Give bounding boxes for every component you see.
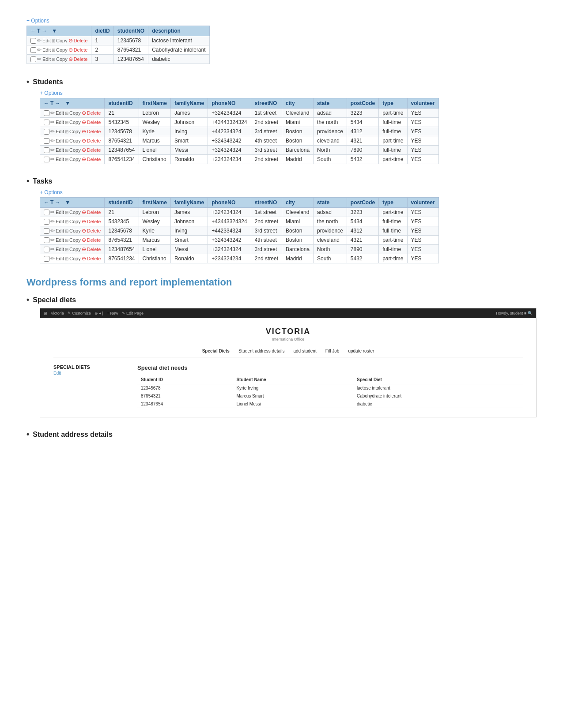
diets-description-cell: diabetic (148, 55, 209, 64)
delete-button[interactable]: Delete (87, 138, 101, 143)
row-checkbox[interactable] (44, 138, 49, 144)
delete-button[interactable]: Delete (87, 129, 101, 134)
delete-button[interactable]: Delete (87, 210, 101, 215)
tasks-firstname-cell: Christiano (139, 254, 170, 263)
tasks-streetno-cell: 3rd street (251, 245, 282, 254)
copy-button[interactable]: Copy (69, 157, 81, 162)
edit-button[interactable]: Edit (56, 237, 64, 243)
delete-button[interactable]: Delete (87, 237, 101, 243)
wp-nav-address[interactable]: Student address details (238, 349, 285, 353)
row-checkbox[interactable] (30, 56, 36, 62)
delete-button[interactable]: Delete (87, 247, 101, 252)
row-checkbox[interactable] (44, 120, 49, 125)
tasks-type-cell: part-time (379, 254, 407, 263)
edit-button[interactable]: Edit (56, 247, 64, 252)
wp-diets-table: Student ID Student Name Special Diet 123… (137, 375, 523, 408)
pencil-icon: ✏ (50, 138, 55, 144)
edit-button[interactable]: Edit (56, 138, 64, 143)
row-checkbox[interactable] (44, 147, 49, 153)
copy-button[interactable]: Copy (69, 228, 81, 233)
row-checkbox[interactable] (30, 47, 36, 53)
delete-button[interactable]: Delete (74, 47, 88, 53)
row-checkbox[interactable] (30, 38, 36, 44)
tasks-streetno-cell: 2nd street (251, 217, 282, 226)
row-checkbox[interactable] (44, 110, 49, 116)
pencil-icon: ✏ (50, 255, 55, 262)
row-checkbox[interactable] (44, 219, 49, 225)
pencil-icon: ✏ (50, 156, 55, 162)
copy-button[interactable]: Copy (69, 110, 81, 116)
copy-button[interactable]: Copy (69, 120, 81, 125)
copy-button[interactable]: Copy (69, 210, 81, 215)
wp-nav-update-roster[interactable]: update roster (348, 349, 374, 353)
action-cell: ✏ Edit ⊞ Copy ⊖ Delete (44, 110, 101, 116)
wp-nav-fill-job[interactable]: Fill Job (325, 349, 340, 353)
delete-button[interactable]: Delete (74, 38, 88, 43)
diets-description-cell: Cabohydrate intolerant (148, 45, 209, 55)
delete-button[interactable]: Delete (87, 219, 101, 224)
row-checkbox[interactable] (44, 129, 49, 135)
delete-button[interactable]: Delete (87, 228, 101, 233)
copy-button[interactable]: Copy (56, 38, 68, 43)
wordpress-section-title: Wordpress forms and report implementatio… (26, 277, 537, 288)
copy-button[interactable]: Copy (69, 147, 81, 153)
edit-button[interactable]: Edit (56, 120, 64, 125)
tasks-phoneno-cell: +442334324 (208, 226, 251, 236)
special-diets-bullet-title: Special diets (26, 295, 537, 304)
edit-button[interactable]: Edit (42, 56, 51, 62)
copy-icon: ⊞ (65, 148, 68, 153)
delete-button[interactable]: Delete (87, 110, 101, 116)
wp-nav-add-student[interactable]: add student (293, 349, 316, 353)
delete-button[interactable]: Delete (87, 157, 101, 162)
row-checkbox[interactable] (44, 237, 49, 243)
wp-edit-link[interactable]: Edit (53, 371, 124, 375)
copy-button[interactable]: Copy (69, 247, 81, 252)
edit-button[interactable]: Edit (56, 129, 64, 134)
students-state-header: state (314, 98, 347, 109)
copy-button[interactable]: Copy (56, 47, 68, 53)
edit-button[interactable]: Edit (56, 157, 64, 162)
wp-edit-page-link: ✎ Edit Page (122, 311, 144, 315)
tasks-phoneno-cell: +234324234 (208, 254, 251, 263)
row-checkbox[interactable] (44, 157, 49, 162)
edit-button[interactable]: Edit (56, 110, 64, 116)
action-cell: ✏ Edit ⊞ Copy ⊖ Delete (44, 147, 101, 153)
edit-button[interactable]: Edit (56, 147, 64, 153)
delete-button[interactable]: Delete (87, 120, 101, 125)
row-checkbox[interactable] (44, 210, 49, 215)
edit-button[interactable]: Edit (56, 228, 64, 233)
sort-icon: ▼ (65, 100, 70, 106)
pencil-icon: ✏ (37, 56, 42, 62)
row-checkbox[interactable] (44, 256, 49, 262)
action-cell: ✏ Edit ⊞ Copy ⊖ Delete (44, 128, 101, 135)
copy-button[interactable]: Copy (69, 256, 81, 261)
edit-button[interactable]: Edit (56, 219, 64, 224)
tasks-options-link[interactable]: + Options (40, 189, 537, 195)
wp-content: SPECIAL DIETS Edit Special diet needs St… (53, 364, 523, 408)
students-familyname-cell: James (170, 109, 208, 118)
wp-new-link: + New (107, 311, 118, 315)
students-action-col: ✏ Edit ⊞ Copy ⊖ Delete (40, 136, 105, 146)
copy-button[interactable]: Copy (69, 138, 81, 143)
students-options-link[interactable]: + Options (40, 90, 537, 96)
edit-button[interactable]: Edit (56, 256, 64, 261)
row-checkbox[interactable] (44, 228, 49, 234)
diets-studentno-cell: 87654321 (113, 45, 148, 55)
edit-button[interactable]: Edit (42, 47, 51, 53)
delete-button[interactable]: Delete (87, 256, 101, 261)
students-type-cell: part-time (379, 155, 407, 164)
row-checkbox[interactable] (44, 247, 49, 252)
tasks-familyname-cell: James (170, 208, 208, 217)
copy-button[interactable]: Copy (56, 56, 68, 62)
diets-options-link[interactable]: + Options (26, 18, 537, 24)
copy-button[interactable]: Copy (69, 237, 81, 243)
students-action-col: ✏ Edit ⊞ Copy ⊖ Delete (40, 155, 105, 164)
delete-button[interactable]: Delete (74, 56, 88, 62)
copy-button[interactable]: Copy (69, 129, 81, 134)
delete-button[interactable]: Delete (87, 147, 101, 153)
wp-nav-special-diets[interactable]: Special Diets (202, 349, 230, 353)
edit-button[interactable]: Edit (42, 38, 51, 43)
copy-button[interactable]: Copy (69, 219, 81, 224)
edit-button[interactable]: Edit (56, 210, 64, 215)
tasks-state-cell: South (314, 254, 347, 263)
